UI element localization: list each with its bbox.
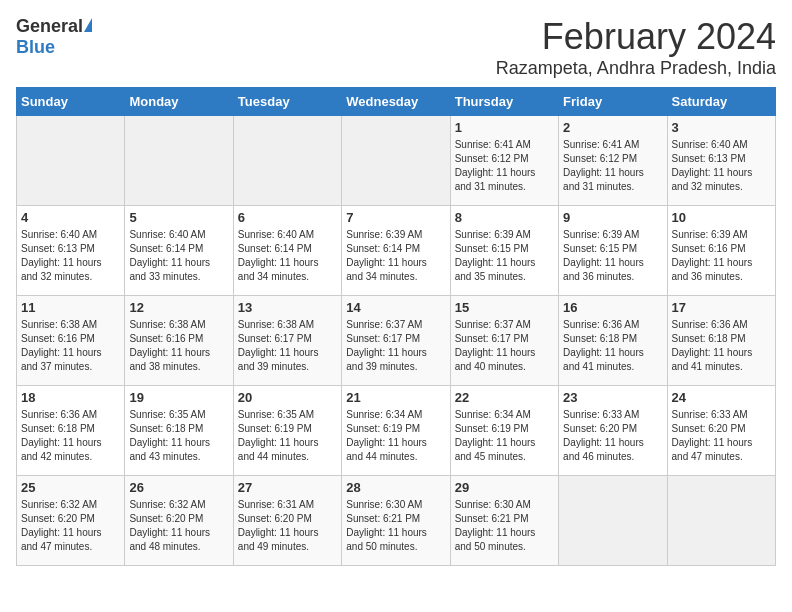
calendar-cell: 16Sunrise: 6:36 AM Sunset: 6:18 PM Dayli… (559, 296, 667, 386)
calendar-header-monday: Monday (125, 88, 233, 116)
calendar-header-thursday: Thursday (450, 88, 558, 116)
day-number: 19 (129, 390, 228, 405)
calendar-header-wednesday: Wednesday (342, 88, 450, 116)
day-info: Sunrise: 6:37 AM Sunset: 6:17 PM Dayligh… (346, 318, 445, 374)
calendar-header-friday: Friday (559, 88, 667, 116)
calendar-cell: 10Sunrise: 6:39 AM Sunset: 6:16 PM Dayli… (667, 206, 775, 296)
calendar-cell: 18Sunrise: 6:36 AM Sunset: 6:18 PM Dayli… (17, 386, 125, 476)
day-number: 22 (455, 390, 554, 405)
calendar-cell: 14Sunrise: 6:37 AM Sunset: 6:17 PM Dayli… (342, 296, 450, 386)
calendar-cell: 20Sunrise: 6:35 AM Sunset: 6:19 PM Dayli… (233, 386, 341, 476)
day-number: 16 (563, 300, 662, 315)
calendar-cell: 17Sunrise: 6:36 AM Sunset: 6:18 PM Dayli… (667, 296, 775, 386)
calendar-cell: 13Sunrise: 6:38 AM Sunset: 6:17 PM Dayli… (233, 296, 341, 386)
day-info: Sunrise: 6:31 AM Sunset: 6:20 PM Dayligh… (238, 498, 337, 554)
day-info: Sunrise: 6:34 AM Sunset: 6:19 PM Dayligh… (346, 408, 445, 464)
day-info: Sunrise: 6:35 AM Sunset: 6:18 PM Dayligh… (129, 408, 228, 464)
calendar-cell (125, 116, 233, 206)
calendar-cell: 25Sunrise: 6:32 AM Sunset: 6:20 PM Dayli… (17, 476, 125, 566)
day-info: Sunrise: 6:39 AM Sunset: 6:15 PM Dayligh… (455, 228, 554, 284)
calendar-cell: 27Sunrise: 6:31 AM Sunset: 6:20 PM Dayli… (233, 476, 341, 566)
day-number: 25 (21, 480, 120, 495)
calendar-cell: 1Sunrise: 6:41 AM Sunset: 6:12 PM Daylig… (450, 116, 558, 206)
calendar-cell (233, 116, 341, 206)
day-number: 13 (238, 300, 337, 315)
calendar-cell: 7Sunrise: 6:39 AM Sunset: 6:14 PM Daylig… (342, 206, 450, 296)
title-area: February 2024 Razampeta, Andhra Pradesh,… (496, 16, 776, 79)
calendar-cell (342, 116, 450, 206)
day-info: Sunrise: 6:40 AM Sunset: 6:13 PM Dayligh… (672, 138, 771, 194)
day-info: Sunrise: 6:32 AM Sunset: 6:20 PM Dayligh… (21, 498, 120, 554)
day-number: 1 (455, 120, 554, 135)
calendar-cell: 2Sunrise: 6:41 AM Sunset: 6:12 PM Daylig… (559, 116, 667, 206)
day-number: 26 (129, 480, 228, 495)
location-title: Razampeta, Andhra Pradesh, India (496, 58, 776, 79)
day-info: Sunrise: 6:38 AM Sunset: 6:16 PM Dayligh… (129, 318, 228, 374)
calendar-table: SundayMondayTuesdayWednesdayThursdayFrid… (16, 87, 776, 566)
calendar-cell: 4Sunrise: 6:40 AM Sunset: 6:13 PM Daylig… (17, 206, 125, 296)
calendar-cell: 23Sunrise: 6:33 AM Sunset: 6:20 PM Dayli… (559, 386, 667, 476)
day-number: 14 (346, 300, 445, 315)
day-number: 24 (672, 390, 771, 405)
calendar-cell: 12Sunrise: 6:38 AM Sunset: 6:16 PM Dayli… (125, 296, 233, 386)
day-number: 23 (563, 390, 662, 405)
day-number: 5 (129, 210, 228, 225)
logo-blue-text: Blue (16, 37, 55, 58)
calendar-week-3: 11Sunrise: 6:38 AM Sunset: 6:16 PM Dayli… (17, 296, 776, 386)
day-info: Sunrise: 6:37 AM Sunset: 6:17 PM Dayligh… (455, 318, 554, 374)
calendar-cell: 6Sunrise: 6:40 AM Sunset: 6:14 PM Daylig… (233, 206, 341, 296)
day-number: 6 (238, 210, 337, 225)
day-number: 18 (21, 390, 120, 405)
logo: General Blue (16, 16, 92, 58)
calendar-header-row: SundayMondayTuesdayWednesdayThursdayFrid… (17, 88, 776, 116)
day-number: 10 (672, 210, 771, 225)
calendar-header-saturday: Saturday (667, 88, 775, 116)
day-info: Sunrise: 6:39 AM Sunset: 6:16 PM Dayligh… (672, 228, 771, 284)
calendar-cell: 3Sunrise: 6:40 AM Sunset: 6:13 PM Daylig… (667, 116, 775, 206)
day-number: 7 (346, 210, 445, 225)
day-number: 11 (21, 300, 120, 315)
day-number: 2 (563, 120, 662, 135)
calendar-cell: 28Sunrise: 6:30 AM Sunset: 6:21 PM Dayli… (342, 476, 450, 566)
day-info: Sunrise: 6:39 AM Sunset: 6:15 PM Dayligh… (563, 228, 662, 284)
calendar-week-2: 4Sunrise: 6:40 AM Sunset: 6:13 PM Daylig… (17, 206, 776, 296)
day-info: Sunrise: 6:33 AM Sunset: 6:20 PM Dayligh… (672, 408, 771, 464)
day-info: Sunrise: 6:36 AM Sunset: 6:18 PM Dayligh… (563, 318, 662, 374)
day-info: Sunrise: 6:36 AM Sunset: 6:18 PM Dayligh… (21, 408, 120, 464)
day-number: 9 (563, 210, 662, 225)
day-number: 4 (21, 210, 120, 225)
day-info: Sunrise: 6:39 AM Sunset: 6:14 PM Dayligh… (346, 228, 445, 284)
day-number: 17 (672, 300, 771, 315)
calendar-body: 1Sunrise: 6:41 AM Sunset: 6:12 PM Daylig… (17, 116, 776, 566)
day-info: Sunrise: 6:41 AM Sunset: 6:12 PM Dayligh… (455, 138, 554, 194)
calendar-cell (17, 116, 125, 206)
day-info: Sunrise: 6:40 AM Sunset: 6:14 PM Dayligh… (238, 228, 337, 284)
day-number: 27 (238, 480, 337, 495)
day-number: 15 (455, 300, 554, 315)
calendar-cell: 26Sunrise: 6:32 AM Sunset: 6:20 PM Dayli… (125, 476, 233, 566)
day-info: Sunrise: 6:40 AM Sunset: 6:13 PM Dayligh… (21, 228, 120, 284)
day-info: Sunrise: 6:30 AM Sunset: 6:21 PM Dayligh… (346, 498, 445, 554)
calendar-cell: 19Sunrise: 6:35 AM Sunset: 6:18 PM Dayli… (125, 386, 233, 476)
day-info: Sunrise: 6:35 AM Sunset: 6:19 PM Dayligh… (238, 408, 337, 464)
day-number: 28 (346, 480, 445, 495)
day-number: 21 (346, 390, 445, 405)
day-info: Sunrise: 6:38 AM Sunset: 6:16 PM Dayligh… (21, 318, 120, 374)
month-title: February 2024 (496, 16, 776, 58)
day-info: Sunrise: 6:41 AM Sunset: 6:12 PM Dayligh… (563, 138, 662, 194)
day-number: 29 (455, 480, 554, 495)
calendar-cell (559, 476, 667, 566)
calendar-cell: 22Sunrise: 6:34 AM Sunset: 6:19 PM Dayli… (450, 386, 558, 476)
day-info: Sunrise: 6:30 AM Sunset: 6:21 PM Dayligh… (455, 498, 554, 554)
calendar-cell: 9Sunrise: 6:39 AM Sunset: 6:15 PM Daylig… (559, 206, 667, 296)
day-info: Sunrise: 6:33 AM Sunset: 6:20 PM Dayligh… (563, 408, 662, 464)
calendar-week-5: 25Sunrise: 6:32 AM Sunset: 6:20 PM Dayli… (17, 476, 776, 566)
calendar-cell: 15Sunrise: 6:37 AM Sunset: 6:17 PM Dayli… (450, 296, 558, 386)
calendar-cell: 5Sunrise: 6:40 AM Sunset: 6:14 PM Daylig… (125, 206, 233, 296)
calendar-cell: 29Sunrise: 6:30 AM Sunset: 6:21 PM Dayli… (450, 476, 558, 566)
logo-icon (84, 18, 92, 32)
day-number: 12 (129, 300, 228, 315)
calendar-cell (667, 476, 775, 566)
calendar-week-4: 18Sunrise: 6:36 AM Sunset: 6:18 PM Dayli… (17, 386, 776, 476)
day-number: 20 (238, 390, 337, 405)
